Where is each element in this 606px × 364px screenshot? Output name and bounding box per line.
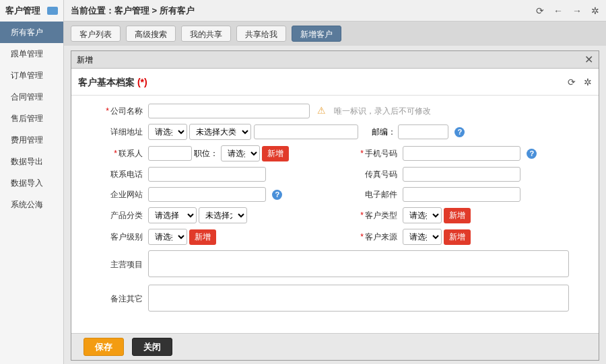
company-name-input[interactable] xyxy=(148,104,310,118)
product-cat-select[interactable]: 请选择 xyxy=(148,207,197,223)
back-icon[interactable]: ← xyxy=(553,0,563,22)
label-fax: 传真号码 xyxy=(365,170,397,179)
label-customer-source: 客户来源 xyxy=(365,232,397,242)
tab-shared-to-me[interactable]: 共享给我 xyxy=(236,26,286,42)
sidebar-title: 客户管理 xyxy=(5,0,40,22)
label-website: 企业网站 xyxy=(110,190,143,199)
remarks-textarea[interactable] xyxy=(148,285,569,312)
add-customer-type-button[interactable]: 新增 xyxy=(444,208,471,223)
main-business-textarea[interactable] xyxy=(148,250,569,277)
address-province-select[interactable]: 请选择 xyxy=(148,124,187,140)
help-icon[interactable]: ? xyxy=(272,190,282,200)
close-button[interactable]: 关闭 xyxy=(132,338,172,356)
sidebar-item-orders[interactable]: 订单管理 xyxy=(0,65,63,86)
postal-input[interactable] xyxy=(398,124,448,139)
product-bigcat-select[interactable]: 未选择大类 xyxy=(199,207,247,223)
label-address: 详细地址 xyxy=(110,127,143,137)
label-position: 职位： xyxy=(194,149,218,158)
company-name-hint: 唯一标识，录入后不可修改 xyxy=(334,106,431,116)
label-contact: 联系人 xyxy=(119,149,143,158)
gear-icon[interactable]: ✲ xyxy=(591,0,599,22)
customer-level-select[interactable]: 请选择 xyxy=(148,229,187,245)
address-bigcat-select[interactable]: 未选择大类 xyxy=(189,124,251,140)
add-customer-level-button[interactable]: 新增 xyxy=(189,229,216,245)
customer-type-select[interactable]: 请选择 xyxy=(403,207,442,223)
close-icon[interactable]: ✕ xyxy=(584,51,593,69)
card-refresh-icon[interactable]: ⟳ xyxy=(568,69,576,96)
warning-icon: ⚠ xyxy=(317,105,326,116)
forward-icon[interactable]: → xyxy=(572,0,582,22)
sidebar-item-pool[interactable]: 系统公海 xyxy=(0,194,63,215)
tab-my-share[interactable]: 我的共享 xyxy=(181,26,231,42)
modal: 新增 ✕ 客户基本档案 (*) ⟳ ✲ *公司名称 ⚠ 唯一标识，录入后不可修改 xyxy=(71,50,599,361)
address-detail-input[interactable] xyxy=(254,124,358,139)
fax-input[interactable] xyxy=(403,167,520,182)
phone-input[interactable] xyxy=(148,167,266,182)
tab-advanced-search[interactable]: 高级搜索 xyxy=(126,26,176,42)
breadcrumb: 当前位置：客户管理 > 所有客户 xyxy=(71,5,195,15)
sidebar-item-contracts[interactable]: 合同管理 xyxy=(0,86,63,108)
label-email: 电子邮件 xyxy=(365,190,397,199)
sidebar-item-export[interactable]: 数据导出 xyxy=(0,151,63,172)
help-icon[interactable]: ? xyxy=(454,127,465,137)
card-gear-icon[interactable]: ✲ xyxy=(584,69,592,96)
sidebar-item-all-customers[interactable]: 所有客户 xyxy=(0,22,63,43)
contact-input[interactable] xyxy=(148,146,192,161)
refresh-icon[interactable]: ⟳ xyxy=(536,0,544,22)
email-input[interactable] xyxy=(403,187,520,202)
mobile-input[interactable] xyxy=(403,146,520,161)
tab-customer-list[interactable]: 客户列表 xyxy=(71,26,121,42)
position-select[interactable]: 请选择 xyxy=(221,145,260,161)
label-postal: 邮编： xyxy=(372,127,396,137)
add-position-button[interactable]: 新增 xyxy=(262,146,289,161)
label-phone: 联系电话 xyxy=(110,170,143,179)
modal-title: 新增 xyxy=(77,51,93,69)
label-customer-level: 客户级别 xyxy=(110,232,143,242)
module-icon xyxy=(47,7,58,15)
label-product-cat: 产品分类 xyxy=(110,211,143,220)
sidebar-header: 客户管理 xyxy=(0,0,63,22)
label-customer-type: 客户类型 xyxy=(365,211,397,220)
sidebar-item-follow[interactable]: 跟单管理 xyxy=(0,43,63,65)
website-input[interactable] xyxy=(148,187,266,202)
sidebar-item-aftersale[interactable]: 售后管理 xyxy=(0,108,63,129)
tab-new-customer[interactable]: 新增客户 xyxy=(292,26,341,42)
help-icon[interactable]: ? xyxy=(527,149,537,159)
sidebar-item-import[interactable]: 数据导入 xyxy=(0,172,63,194)
label-main-business: 主营项目 xyxy=(110,260,143,269)
label-remarks: 备注其它 xyxy=(110,294,143,303)
sidebar-item-expense[interactable]: 费用管理 xyxy=(0,129,63,151)
save-button[interactable]: 保存 xyxy=(83,338,124,356)
add-customer-source-button[interactable]: 新增 xyxy=(444,229,471,245)
customer-source-select[interactable]: 请选择 xyxy=(403,229,442,245)
card-title: 客户基本档案 (*) xyxy=(78,69,147,96)
label-company-name: 公司名称 xyxy=(110,106,143,116)
label-mobile: 手机号码 xyxy=(365,149,397,158)
